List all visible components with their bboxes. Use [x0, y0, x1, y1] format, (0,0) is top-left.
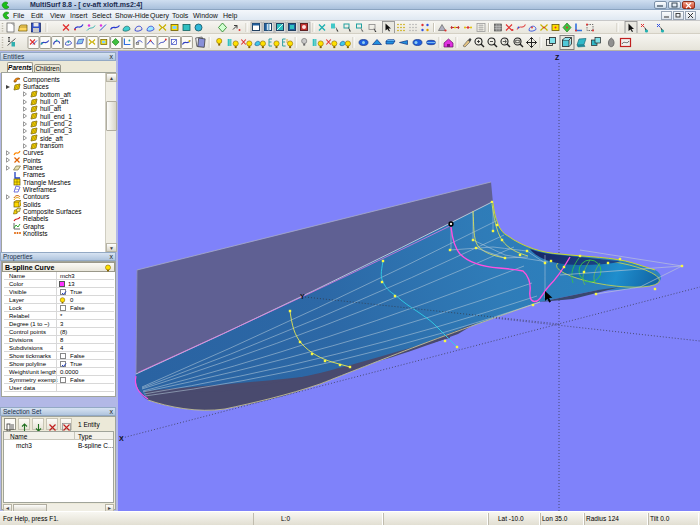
svg-text:Z: Z — [555, 54, 560, 61]
svg-text:X: X — [119, 435, 124, 442]
svg-text:Y: Y — [300, 293, 305, 300]
